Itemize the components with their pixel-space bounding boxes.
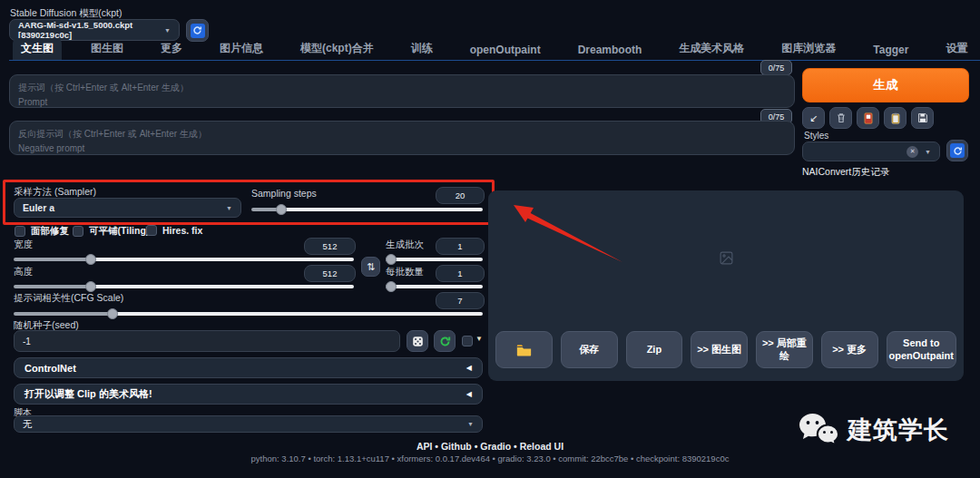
swap-dimensions-button[interactable]: ⇅ <box>361 257 380 277</box>
chevron-left-icon: ◀ <box>466 364 472 372</box>
prompt-input[interactable]: 提示词（按 Ctrl+Enter 或 Alt+Enter 生成） Prompt <box>9 74 795 108</box>
negative-prompt-placeholder: Negative prompt <box>18 141 786 156</box>
arrow-southwest-icon: ↙ <box>809 113 818 123</box>
steps-label: Sampling steps <box>251 188 317 199</box>
tab-checkpoint-merger[interactable]: 模型(ckpt)合并 <box>292 38 382 60</box>
read-generation-params-button[interactable]: ↙ <box>802 107 825 129</box>
sampler-label: 采样方法 (Sampler) <box>14 186 96 199</box>
tiling-label: 可平铺(Tiling) <box>89 225 149 238</box>
model-value: AARG-Mi-sd-v1.5_5000.ckpt [8390219c0c] <box>18 20 164 40</box>
styles-refresh-button[interactable] <box>946 140 968 161</box>
flower-card-icon <box>863 112 874 124</box>
tiling-checkbox[interactable]: 可平铺(Tiling) <box>73 225 149 238</box>
hires-fix-checkbox[interactable]: Hires. fix <box>146 225 202 236</box>
checkbox-icon[interactable] <box>15 226 25 237</box>
footer-links: API • Github • Gradio • Reload UI <box>0 441 980 452</box>
batch-size-label: 每批数量 <box>386 266 424 278</box>
chevron-down-icon: ▼ <box>226 205 232 211</box>
chevron-left-icon: ◀ <box>466 390 472 398</box>
nai-convert-history-label[interactable]: NAIConvert历史记录 <box>802 166 889 179</box>
styles-dropdown[interactable]: ✕ ▼ <box>802 141 940 161</box>
clip-aesthetic-accordion[interactable]: 打开以调整 Clip 的美术风格! ◀ <box>14 384 483 405</box>
footer-link-api[interactable]: API <box>416 441 433 452</box>
recycle-icon <box>439 336 451 347</box>
script-value: 无 <box>23 418 33 431</box>
checkbox-icon[interactable] <box>146 225 157 236</box>
tab-extras[interactable]: 更多 <box>152 38 191 60</box>
refresh-icon <box>191 24 205 38</box>
slider-handle[interactable] <box>386 254 397 265</box>
send-to-img2img-button[interactable]: >> 图生图 <box>691 331 748 368</box>
batch-size-slider[interactable] <box>386 280 483 292</box>
model-label: Stable Diffusion 模型(ckpt) <box>10 7 122 20</box>
dice-icon <box>412 336 424 347</box>
negative-prompt-input[interactable]: 反向提示词（按 Ctrl+Enter 或 Alt+Enter 生成） Negat… <box>9 121 795 155</box>
tab-txt2img[interactable]: 文生图 <box>13 38 62 60</box>
checkbox-icon[interactable] <box>73 226 83 237</box>
height-slider[interactable] <box>14 280 354 292</box>
chevron-down-icon: ▼ <box>467 421 474 427</box>
face-restore-checkbox[interactable]: 面部修复 <box>15 225 69 238</box>
prompt-token-counter: 0/75 <box>760 60 792 75</box>
clear-prompt-button[interactable] <box>829 107 852 129</box>
send-to-inpaint-button[interactable]: >> 局部重绘 <box>756 331 813 368</box>
hires-fix-label: Hires. fix <box>162 225 202 236</box>
save-style-button[interactable] <box>911 107 934 129</box>
extra-networks-button[interactable] <box>857 107 879 129</box>
slider-handle[interactable] <box>386 281 397 292</box>
cfg-slider[interactable] <box>14 307 483 319</box>
clipboard-icon <box>890 112 901 124</box>
tab-tagger[interactable]: Tagger <box>865 41 916 60</box>
clear-styles-icon[interactable]: ✕ <box>906 146 918 158</box>
tab-dreambooth[interactable]: Dreambooth <box>570 41 651 60</box>
quick-actions-row: ↙ <box>802 107 934 129</box>
footer-link-reload-ui[interactable]: Reload UI <box>520 441 564 452</box>
batch-count-slider[interactable] <box>386 253 483 265</box>
open-folder-button[interactable] <box>495 331 553 368</box>
footer-link-gradio[interactable]: Gradio <box>480 441 511 452</box>
chevron-down-icon: ▼ <box>164 27 171 34</box>
seed-extra-caret-icon[interactable]: ▼ <box>475 335 483 343</box>
slider-handle[interactable] <box>276 204 287 215</box>
cfg-label: 提示词相关性(CFG Scale) <box>14 292 123 305</box>
footer-separator: • <box>475 441 478 452</box>
steps-slider[interactable] <box>251 203 483 215</box>
apply-style-clipboard-button[interactable] <box>884 107 906 129</box>
send-to-openoutpaint-button[interactable]: Send to openOutpaint <box>887 331 957 368</box>
prompt-placeholder: Prompt <box>18 95 786 110</box>
script-dropdown[interactable]: 无 ▼ <box>14 415 483 433</box>
floppy-disk-icon <box>917 112 928 123</box>
generate-button[interactable]: 生成 <box>802 68 969 102</box>
refresh-icon <box>950 143 965 158</box>
width-label: 宽度 <box>14 239 33 251</box>
height-label: 高度 <box>14 266 33 278</box>
send-to-extras-button[interactable]: >> 更多 <box>821 331 878 368</box>
slider-handle[interactable] <box>85 281 96 292</box>
chevron-down-icon: ▼ <box>925 149 931 155</box>
negative-prompt-label: 反向提示词（按 Ctrl+Enter 或 Alt+Enter 生成） <box>18 127 786 141</box>
width-slider[interactable] <box>14 253 354 265</box>
slider-handle[interactable] <box>107 308 118 319</box>
sd-webui-app: Stable Diffusion 模型(ckpt) AARG-Mi-sd-v1.… <box>0 0 980 478</box>
seed-input[interactable] <box>14 330 400 352</box>
batch-count-label: 生成批次 <box>386 239 424 251</box>
footer-link-github[interactable]: Github <box>441 441 472 452</box>
extra-seed-checkbox[interactable] <box>462 336 473 346</box>
tab-art-style[interactable]: 生成美术风格 <box>671 38 752 60</box>
controlnet-title: ControlNet <box>24 363 76 374</box>
zip-button[interactable]: Zip <box>626 331 683 368</box>
random-seed-button[interactable] <box>407 330 428 352</box>
steps-value[interactable]: 20 <box>436 187 485 204</box>
tab-train[interactable]: 训练 <box>403 38 441 60</box>
folder-icon <box>516 344 532 356</box>
sampler-dropdown[interactable]: Euler a ▼ <box>14 198 241 218</box>
slider-handle[interactable] <box>85 254 96 265</box>
tab-png-info[interactable]: 图片信息 <box>211 38 271 60</box>
controlnet-accordion[interactable]: ControlNet ◀ <box>14 357 483 378</box>
tab-settings[interactable]: 设置 <box>937 38 975 60</box>
tab-openoutpaint[interactable]: openOutpaint <box>462 41 549 60</box>
tab-image-browser[interactable]: 图库浏览器 <box>773 38 844 60</box>
reuse-seed-button[interactable] <box>434 330 456 352</box>
tab-img2img[interactable]: 图生图 <box>83 38 132 60</box>
save-button[interactable]: 保存 <box>561 331 618 368</box>
